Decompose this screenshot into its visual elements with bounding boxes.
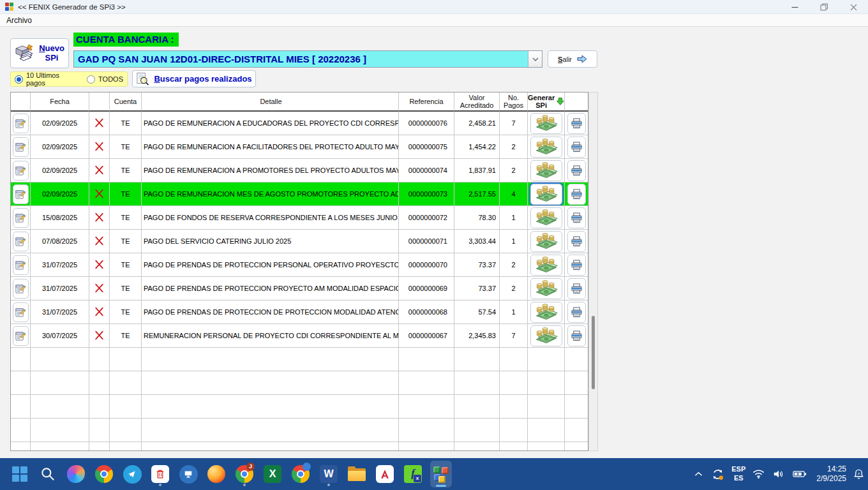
edit-row-button[interactable]: [13, 255, 29, 275]
print-button[interactable]: [567, 207, 586, 228]
generar-spi-button[interactable]: [530, 231, 562, 252]
delete-icon[interactable]: [94, 118, 104, 128]
edit-row-button[interactable]: [13, 279, 29, 299]
edit-row-button[interactable]: [13, 114, 29, 133]
notifications-bell-icon[interactable]: z: [852, 467, 865, 481]
combo-dropdown-button[interactable]: [528, 51, 542, 67]
generar-spi-button[interactable]: [530, 207, 562, 228]
taskbar-spi3-app-icon[interactable]: [430, 461, 452, 487]
print-button[interactable]: [567, 255, 586, 276]
volume-icon[interactable]: [772, 468, 786, 480]
fecha-cell: 31/07/2025: [31, 301, 89, 324]
payment-row[interactable]: 31/07/2025 TE PAGO DE PRENDAS DE PROTECC…: [11, 301, 588, 324]
delete-icon[interactable]: [94, 307, 104, 316]
valor-cell: 57.54: [454, 301, 500, 324]
generar-spi-button[interactable]: [530, 255, 562, 276]
wifi-icon[interactable]: [751, 468, 766, 480]
sync-icon[interactable]: [710, 466, 726, 482]
taskbar-acrobat-icon[interactable]: [374, 461, 396, 487]
generar-spi-button[interactable]: [530, 113, 562, 134]
edit-row-button[interactable]: [13, 184, 29, 204]
taskbar-chrome-profile-icon[interactable]: J: [234, 461, 255, 487]
print-button[interactable]: [567, 231, 586, 252]
payment-row[interactable]: 02/09/2025 TE PAGO DE REMUNERACION MES D…: [11, 182, 588, 206]
print-button[interactable]: [567, 302, 586, 323]
filter-bar: 10 Ultimos pagos TODOS: [10, 71, 128, 87]
edit-row-button[interactable]: [13, 302, 29, 322]
edit-row-button[interactable]: [13, 137, 29, 157]
window-title: << FENIX Generador de SPi3 >>: [18, 3, 126, 11]
taskbar-fenix-files-icon[interactable]: fx: [402, 461, 424, 487]
generar-spi-button[interactable]: [530, 184, 562, 205]
delete-icon[interactable]: [94, 142, 104, 151]
delete-icon[interactable]: [94, 330, 104, 340]
delete-icon[interactable]: [94, 260, 104, 269]
payment-row[interactable]: 02/09/2025 TE PAGO DE REMUNERACION A PRO…: [11, 159, 588, 182]
payment-row[interactable]: 15/08/2025 TE PAGO DE FONDOS DE RESERVA …: [11, 206, 588, 230]
print-button[interactable]: [567, 160, 586, 181]
generar-spi-button[interactable]: [530, 325, 562, 346]
fecha-cell: 15/08/2025: [31, 206, 89, 230]
close-button[interactable]: [839, 0, 868, 14]
taskbar-chrome-search-icon[interactable]: [290, 461, 311, 487]
delete-icon[interactable]: [94, 212, 104, 222]
generar-spi-button[interactable]: [530, 278, 562, 299]
taskbar-start-icon[interactable]: [9, 461, 31, 487]
grid-vertical-scrollbar[interactable]: [588, 92, 598, 451]
delete-icon[interactable]: [94, 189, 104, 198]
system-tray: ESP ES 14:25 2/9/2025 z: [693, 458, 865, 490]
tray-expand-icon[interactable]: [693, 470, 704, 478]
referencia-cell: 0000000067: [399, 324, 454, 348]
delete-icon[interactable]: [94, 165, 104, 175]
delete-icon[interactable]: [94, 283, 104, 293]
payment-row[interactable]: 02/09/2025 TE PAGO DE REMUNERACION A FAC…: [11, 135, 588, 159]
battery-icon[interactable]: [791, 468, 808, 480]
taskbar-telegram-icon[interactable]: [121, 461, 143, 487]
radio-todos-label: TODOS: [98, 75, 123, 83]
radio-todos[interactable]: [87, 75, 95, 84]
taskbar-firefox-icon[interactable]: [206, 461, 227, 487]
pagos-cell: 1: [500, 301, 528, 324]
money-stack-icon: [534, 161, 559, 181]
taskbar-word-icon[interactable]: W: [318, 461, 340, 487]
print-button[interactable]: [567, 137, 586, 158]
menu-archivo[interactable]: Archivo: [0, 14, 38, 27]
header-delete: [89, 93, 110, 112]
taskbar-excel-icon[interactable]: X: [262, 461, 283, 487]
taskbar-recycle-bin-icon[interactable]: [149, 461, 171, 487]
taskbar-copilot-icon[interactable]: [65, 461, 87, 487]
salir-button[interactable]: Salir: [548, 50, 597, 68]
taskbar-file-explorer-icon[interactable]: [346, 461, 368, 487]
printer-icon: [571, 142, 583, 152]
language-indicator[interactable]: ESP ES: [731, 465, 745, 483]
edit-row-button[interactable]: [13, 326, 29, 346]
payment-row[interactable]: 31/07/2025 TE PAGO DE PRENDAS DE PROTECC…: [11, 253, 588, 277]
payment-row[interactable]: 30/07/2025 TE REMUNERACION PERSONAL DE P…: [11, 324, 588, 348]
minimize-button[interactable]: [780, 0, 809, 14]
taskbar-search-icon[interactable]: [37, 461, 59, 487]
generar-spi-button[interactable]: [530, 137, 562, 158]
payment-row[interactable]: 31/07/2025 TE PAGO DE PRENDAS DE PROTECC…: [11, 277, 588, 301]
edit-row-button[interactable]: [13, 161, 29, 181]
edit-row-button[interactable]: [13, 208, 29, 228]
generar-spi-button[interactable]: [530, 160, 562, 181]
cuenta-cell: TE: [110, 159, 142, 182]
nuevo-spi-button[interactable]: Nuevo SPi: [10, 38, 69, 68]
print-button[interactable]: [567, 278, 586, 299]
payment-row[interactable]: 02/09/2025 TE PAGO DE REMUNERACION A EDU…: [11, 112, 588, 135]
payment-row[interactable]: 07/08/2025 TE PAGO DEL SERVICIO CATERING…: [11, 230, 588, 253]
maximize-button[interactable]: [809, 0, 839, 14]
edit-row-button[interactable]: [13, 232, 29, 251]
clock[interactable]: 14:25 2/9/2025: [816, 464, 846, 484]
cuenta-bancaria-select[interactable]: GAD PQ SAN JUAN 12D01-DIREC-DISTRITAL MI…: [73, 50, 542, 68]
print-button[interactable]: [567, 184, 586, 205]
print-button[interactable]: [567, 325, 586, 346]
generar-spi-button[interactable]: [530, 302, 562, 323]
radio-ultimos-pagos[interactable]: [15, 75, 23, 84]
taskbar-chrome-icon[interactable]: [93, 461, 115, 487]
taskbar-remote-desktop-icon[interactable]: [177, 461, 199, 487]
buscar-pagos-button[interactable]: Buscar pagos realizados: [132, 70, 256, 87]
scrollbar-thumb[interactable]: [592, 316, 595, 389]
print-button[interactable]: [567, 113, 586, 134]
delete-icon[interactable]: [94, 236, 104, 246]
